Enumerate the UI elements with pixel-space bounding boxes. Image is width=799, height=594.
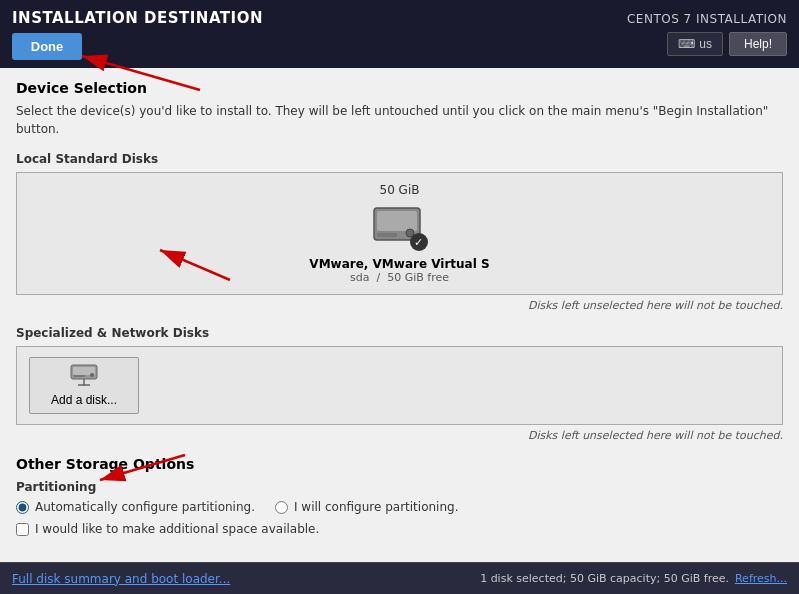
additional-space-checkbox-row: I would like to make additional space av… xyxy=(16,522,783,536)
manual-partition-radio[interactable] xyxy=(275,501,288,514)
add-disk-button[interactable]: Add a disk... xyxy=(29,357,139,414)
partitioning-label: Partitioning xyxy=(16,480,783,494)
header: INSTALLATION DESTINATION Done CENTOS 7 I… xyxy=(0,0,799,68)
disk-name: VMware, VMware Virtual S xyxy=(309,257,489,271)
auto-partition-radio[interactable] xyxy=(16,501,29,514)
refresh-link[interactable]: Refresh... xyxy=(735,572,787,585)
keyboard-layout-label: us xyxy=(699,37,712,51)
partitioning-radio-row: Automatically configure partitioning. I … xyxy=(16,500,783,514)
page-title: INSTALLATION DESTINATION xyxy=(12,9,263,27)
main-content: Device Selection Select the device(s) yo… xyxy=(0,68,799,562)
manual-partition-radio-label[interactable]: I will configure partitioning. xyxy=(275,500,458,514)
local-disks-box: 50 GiB ✓ VMware, VMware Virtual S sda / … xyxy=(16,172,783,295)
disk-selected-check: ✓ xyxy=(410,233,428,251)
additional-space-label[interactable]: I would like to make additional space av… xyxy=(35,522,319,536)
svg-rect-3 xyxy=(377,233,397,237)
header-left: INSTALLATION DESTINATION Done xyxy=(12,9,263,60)
specialized-disks-label: Specialized & Network Disks xyxy=(16,326,783,340)
header-right: CENTOS 7 INSTALLATION ⌨ us Help! xyxy=(627,12,787,56)
auto-partition-label: Automatically configure partitioning. xyxy=(35,500,255,514)
disk-icon-wrap: ✓ xyxy=(372,203,428,251)
device-selection-description: Select the device(s) you'd like to insta… xyxy=(16,102,783,138)
network-disk-icon xyxy=(70,364,98,386)
header-controls: ⌨ us Help! xyxy=(667,32,787,56)
centos-label: CENTOS 7 INSTALLATION xyxy=(627,12,787,26)
disk-item[interactable]: 50 GiB ✓ VMware, VMware Virtual S sda / … xyxy=(309,183,489,284)
other-options-title: Other Storage Options xyxy=(16,456,783,472)
disk-info: sda / 50 GiB free xyxy=(350,271,449,284)
local-disks-label: Local Standard Disks xyxy=(16,152,783,166)
full-disk-summary-link[interactable]: Full disk summary and boot loader... xyxy=(12,572,230,586)
disk-size: 50 GiB xyxy=(380,183,420,197)
svg-rect-1 xyxy=(377,211,417,231)
add-disk-icon xyxy=(70,364,98,391)
svg-rect-7 xyxy=(73,375,85,377)
additional-space-checkbox[interactable] xyxy=(16,523,29,536)
done-button[interactable]: Done xyxy=(12,33,82,60)
disk-status-text: 1 disk selected; 50 GiB capacity; 50 GiB… xyxy=(480,572,729,585)
keyboard-layout-button[interactable]: ⌨ us xyxy=(667,32,723,56)
local-disks-hint: Disks left unselected here will not be t… xyxy=(16,299,783,312)
svg-point-6 xyxy=(90,373,94,377)
specialized-disks-box: Add a disk... xyxy=(16,346,783,425)
manual-partition-label: I will configure partitioning. xyxy=(294,500,458,514)
add-disk-label: Add a disk... xyxy=(51,393,117,407)
keyboard-icon: ⌨ xyxy=(678,37,695,51)
auto-partition-radio-label[interactable]: Automatically configure partitioning. xyxy=(16,500,255,514)
specialized-disks-hint: Disks left unselected here will not be t… xyxy=(16,429,783,442)
footer-status: 1 disk selected; 50 GiB capacity; 50 GiB… xyxy=(480,572,787,585)
device-selection-title: Device Selection xyxy=(16,80,783,96)
help-button[interactable]: Help! xyxy=(729,32,787,56)
footer: Full disk summary and boot loader... 1 d… xyxy=(0,562,799,594)
